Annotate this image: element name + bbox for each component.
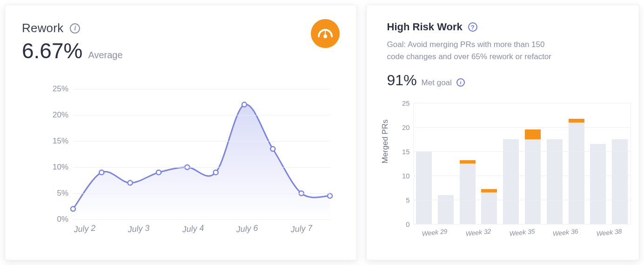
goal-text: Goal: Avoid merging PRs with more than 1… xyxy=(387,39,592,63)
bar xyxy=(460,163,476,224)
y-tick: 10% xyxy=(46,163,68,172)
x-tick: July 7 xyxy=(280,223,322,235)
svg-point-9 xyxy=(270,147,275,151)
y-tick: 5 xyxy=(396,196,410,204)
gauge-icon xyxy=(311,19,340,48)
goal-line-2: code changes and over 65% rework or refa… xyxy=(387,52,551,61)
y-tick: 20% xyxy=(46,110,68,120)
high-risk-card: High Risk Work ? Goal: Avoid merging PRs… xyxy=(366,5,639,260)
high-risk-value: 91% xyxy=(387,72,417,89)
x-tick: July 4 xyxy=(172,223,214,235)
goal-line-1: Goal: Avoid merging PRs with more than 1… xyxy=(387,40,545,49)
bar xyxy=(503,139,519,224)
svg-point-4 xyxy=(128,181,133,185)
y-tick: 5% xyxy=(46,189,68,198)
bar xyxy=(547,139,563,224)
high-risk-value-row: 91% Met goal i xyxy=(387,72,624,89)
high-risk-title: High Risk Work xyxy=(387,21,463,33)
x-tick: July 3 xyxy=(117,223,160,235)
svg-point-5 xyxy=(156,170,161,175)
rework-card: Rework i 6.67% Average 0%5%10%15%20%25%J… xyxy=(5,5,357,260)
y-tick: 25% xyxy=(46,84,68,94)
high-risk-bar-chart: Merged PRs 0510152025Week 29Week 32Week … xyxy=(389,103,631,252)
y-axis-label: Merged PRs xyxy=(381,120,390,163)
rework-value-row: 6.67% Average xyxy=(22,38,340,63)
y-tick: 25 xyxy=(396,99,410,107)
y-tick: 15 xyxy=(396,148,410,156)
high-risk-title-row: High Risk Work ? xyxy=(387,21,624,33)
bar xyxy=(416,151,432,224)
rework-title-row: Rework i xyxy=(22,21,340,35)
x-tick: Week 38 xyxy=(590,227,628,238)
bar-high-risk xyxy=(481,189,497,192)
svg-point-11 xyxy=(328,194,332,198)
x-tick: Week 36 xyxy=(547,227,584,238)
svg-point-3 xyxy=(99,170,104,175)
bar xyxy=(481,192,497,224)
rework-value: 6.67% xyxy=(22,38,82,63)
y-tick: 20 xyxy=(396,123,410,131)
bar xyxy=(612,139,628,224)
rework-value-label: Average xyxy=(88,50,122,61)
bar xyxy=(590,144,606,224)
y-tick: 15% xyxy=(46,136,68,146)
x-tick: Week 32 xyxy=(459,227,497,238)
info-icon[interactable]: i xyxy=(456,78,465,87)
x-tick: Week 35 xyxy=(503,227,541,238)
svg-point-8 xyxy=(242,102,247,107)
x-tick: July 6 xyxy=(226,223,268,235)
bar xyxy=(438,195,454,224)
bar xyxy=(525,139,541,224)
svg-point-2 xyxy=(71,207,75,211)
bar-high-risk xyxy=(525,129,541,139)
x-tick: Week 29 xyxy=(416,227,454,238)
high-risk-value-label: Met goal xyxy=(422,78,452,88)
bar xyxy=(569,122,584,224)
bar-high-risk xyxy=(460,160,476,163)
svg-point-7 xyxy=(214,170,218,175)
info-icon[interactable]: i xyxy=(70,23,80,34)
help-icon[interactable]: ? xyxy=(468,22,477,32)
y-tick: 10 xyxy=(396,172,410,180)
rework-title: Rework xyxy=(22,21,63,35)
x-tick: July 2 xyxy=(63,223,106,235)
y-tick: 0 xyxy=(396,220,410,228)
rework-line-chart: 0%5%10%15%20%25%July 2July 3July 4July 6… xyxy=(46,89,330,238)
svg-rect-1 xyxy=(325,30,326,35)
bar-high-risk xyxy=(569,119,584,122)
y-tick: 0% xyxy=(46,215,68,224)
